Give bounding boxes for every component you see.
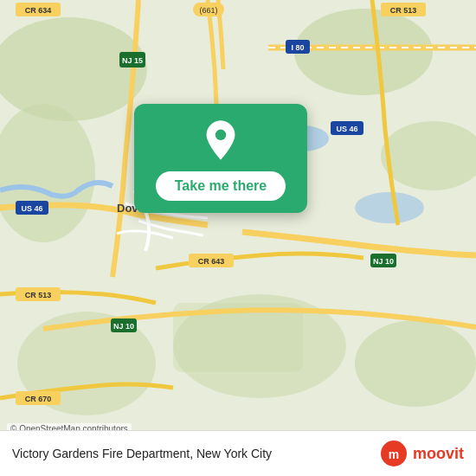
popup-card: Take me there [134,104,307,213]
moovit-text: moovit [413,445,464,463]
svg-point-6 [355,320,476,407]
svg-text:NJ 10: NJ 10 [373,257,394,266]
svg-text:CR 643: CR 643 [198,257,225,266]
svg-text:US 46: US 46 [336,125,357,133]
location-text: Victory Gardens Fire Department, New Yor… [12,447,272,460]
svg-text:I 80: I 80 [291,43,304,52]
svg-text:NJ 10: NJ 10 [113,322,134,331]
moovit-logo: m moovit [380,440,464,467]
map-svg: CR 634 NJ 15 (661) I 80 CR 513 US 46 Dov… [0,0,476,476]
map-container: CR 634 NJ 15 (661) I 80 CR 513 US 46 Dov… [0,0,476,476]
bottom-bar: Victory Gardens Fire Department, New Yor… [0,430,476,476]
svg-text:NJ 15: NJ 15 [122,56,143,65]
svg-point-38 [215,130,226,140]
svg-text:US 46: US 46 [21,204,42,213]
moovit-brand-icon: m [380,440,408,467]
svg-point-10 [355,192,424,223]
svg-text:CR 513: CR 513 [390,6,417,15]
svg-text:(661): (661) [199,6,217,15]
svg-text:m: m [389,447,399,461]
svg-text:CR 513: CR 513 [25,291,52,299]
take-me-there-button[interactable]: Take me there [156,171,286,201]
location-pin-icon [200,119,241,161]
svg-text:CR 634: CR 634 [25,6,52,15]
svg-text:CR 670: CR 670 [25,395,52,403]
svg-point-2 [294,9,433,95]
